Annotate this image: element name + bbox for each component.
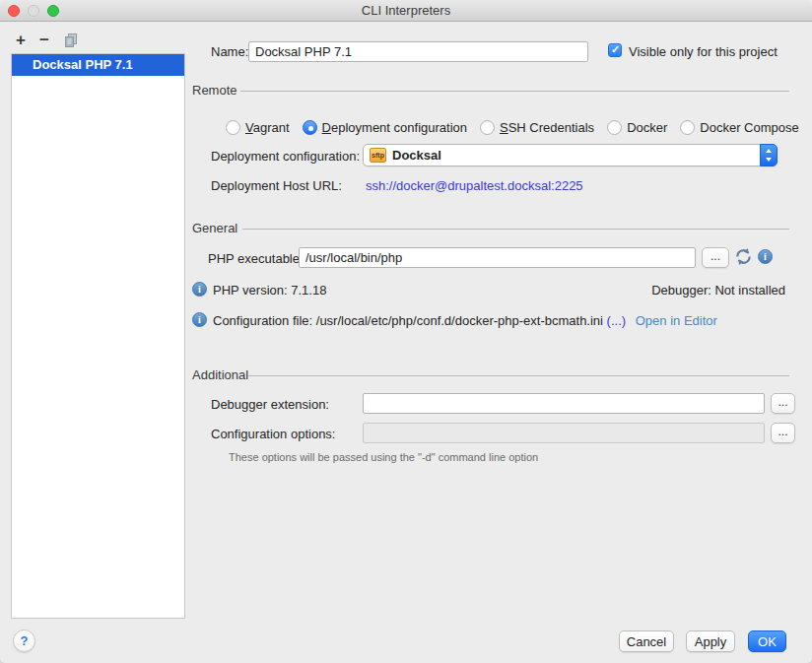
configuration-options-label: Configuration options:: [211, 427, 335, 441]
interpreter-list-toolbar: + −: [16, 31, 79, 50]
php-executable-info-icon[interactable]: i: [758, 249, 773, 264]
remote-section-divider: [240, 91, 789, 92]
config-file-info-icon: i: [192, 312, 207, 327]
php-version-info-icon: i: [192, 282, 207, 297]
deployment-configuration-label: Deployment configuration:: [211, 149, 360, 164]
list-item-docksal-php[interactable]: Docksal PHP 7.1: [12, 54, 184, 76]
help-button[interactable]: ?: [13, 630, 35, 652]
radio-vagrant[interactable]: Vagrant: [226, 120, 290, 135]
radio-vagrant-label: Vagrant: [245, 120, 290, 135]
php-executable-label: PHP executable:: [208, 251, 304, 266]
config-file-row: Configuration file: /usr/local/etc/php/c…: [213, 313, 717, 328]
configuration-options-input: [363, 423, 765, 443]
deployment-host-url-link[interactable]: ssh://docker@drupaltest.docksal:2225: [366, 178, 583, 193]
cancel-button[interactable]: Cancel: [619, 630, 674, 652]
php-version-text: PHP version: 7.1.18: [213, 283, 326, 298]
visible-project-checkbox-label[interactable]: Visible only for this project: [629, 44, 778, 59]
deployment-configuration-value: Docksal: [392, 148, 441, 163]
open-in-editor-link[interactable]: Open in Editor: [636, 313, 717, 328]
sftp-server-icon: sftp: [370, 148, 386, 163]
config-file-more-link[interactable]: (...): [607, 313, 627, 328]
radio-docker-compose-label: Docker Compose: [700, 120, 798, 135]
combo-stepper-icon[interactable]: [760, 144, 778, 166]
ok-button[interactable]: OK: [748, 630, 786, 652]
php-executable-input[interactable]: [299, 247, 696, 268]
radio-deployment-configuration-label: Deployment configuration: [322, 120, 467, 135]
title-bar: CLI Interpreters: [0, 0, 812, 22]
radio-ssh-credentials-label: SSH Credentials: [500, 120, 594, 135]
config-file-text: Configuration file: /usr/local/etc/php/c…: [213, 313, 603, 328]
reload-phpinfo-icon[interactable]: [734, 247, 753, 266]
additional-section-divider: [248, 375, 789, 376]
radio-vagrant-circle[interactable]: [226, 120, 240, 135]
debugger-extension-input[interactable]: [363, 393, 765, 414]
additional-section-title: Additional: [192, 367, 248, 382]
radio-docker-circle[interactable]: [607, 120, 622, 135]
remove-interpreter-icon[interactable]: −: [39, 31, 49, 50]
debugger-extension-browse-button[interactable]: ...: [771, 393, 795, 414]
debugger-status-text: Debugger: Not installed: [651, 283, 785, 298]
radio-deployment-configuration-circle[interactable]: [303, 120, 317, 135]
visible-project-checkbox[interactable]: [608, 43, 622, 57]
deployment-configuration-select[interactable]: sftp Docksal: [363, 144, 778, 166]
name-input[interactable]: [248, 41, 588, 62]
options-note-text: These options will be passed using the "…: [229, 451, 538, 463]
radio-deployment-configuration[interactable]: Deployment configuration: [303, 120, 467, 135]
debugger-extension-label: Debugger extension:: [211, 397, 329, 412]
general-section-title: General: [192, 221, 237, 235]
add-interpreter-icon[interactable]: +: [16, 31, 26, 50]
radio-docker[interactable]: Docker: [607, 120, 667, 135]
interpreter-list: Docksal PHP 7.1: [11, 53, 185, 619]
deployment-host-url-label: Deployment Host URL:: [211, 178, 342, 193]
name-label: Name:: [211, 44, 248, 59]
radio-ssh-credentials[interactable]: SSH Credentials: [480, 120, 594, 135]
php-executable-browse-button[interactable]: ...: [702, 247, 729, 268]
window-title: CLI Interpreters: [0, 0, 812, 22]
radio-ssh-credentials-circle[interactable]: [480, 120, 495, 135]
remote-type-radio-group: Vagrant Deployment configuration SSH Cre…: [226, 117, 812, 137]
copy-interpreter-icon[interactable]: [63, 33, 79, 48]
general-section-divider: [242, 229, 789, 230]
radio-docker-compose-circle[interactable]: [680, 120, 695, 135]
remote-section-title: Remote: [192, 83, 237, 98]
radio-docker-compose[interactable]: Docker Compose: [680, 120, 798, 135]
apply-button[interactable]: Apply: [686, 630, 735, 652]
radio-docker-label: Docker: [627, 120, 667, 135]
cli-interpreters-dialog: CLI Interpreters + − Docksal PHP 7.1 Nam…: [0, 0, 812, 663]
configuration-options-browse-button[interactable]: ...: [771, 423, 795, 443]
